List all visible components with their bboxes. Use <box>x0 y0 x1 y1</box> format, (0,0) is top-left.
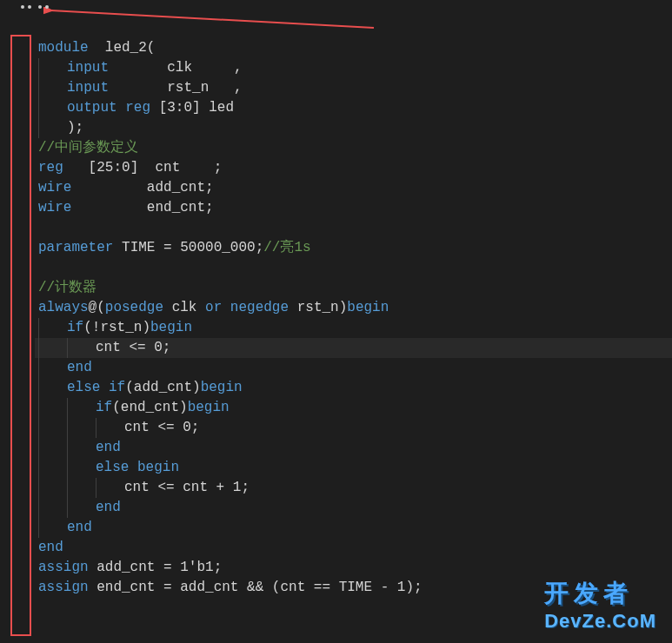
code-line[interactable]: if(!rst_n)begin <box>35 318 672 338</box>
code-content[interactable]: module led_2(input clk ,input rst_n ,out… <box>35 7 672 598</box>
code-line[interactable]: cnt <= 0; <box>35 418 672 438</box>
breakpoint-margin[interactable] <box>21 5 49 9</box>
code-line[interactable]: //中间参数定义 <box>35 138 672 158</box>
code-line[interactable]: module led_2( <box>35 38 672 58</box>
code-line[interactable]: end <box>35 518 672 538</box>
code-line[interactable]: if(end_cnt)begin <box>35 398 672 418</box>
annotation-rectangle <box>10 35 31 636</box>
code-line[interactable]: wire add_cnt; <box>35 178 672 198</box>
code-line[interactable]: end <box>35 358 672 378</box>
code-line[interactable]: input rst_n , <box>35 78 672 98</box>
code-line[interactable]: else begin <box>35 458 672 478</box>
code-line[interactable]: output reg [3:0] led <box>35 98 672 118</box>
code-line[interactable]: input clk , <box>35 58 672 78</box>
code-editor[interactable]: module led_2(input clk ,input rst_n ,out… <box>0 0 672 598</box>
code-line[interactable]: ); <box>35 118 672 138</box>
watermark-text-2: DevZe.CoM <box>544 610 656 633</box>
code-line[interactable]: wire end_cnt; <box>35 198 672 218</box>
code-line[interactable]: end <box>35 538 672 558</box>
code-line[interactable]: always@(posedge clk or negedge rst_n)beg… <box>35 298 672 318</box>
code-line[interactable]: end <box>35 438 672 458</box>
watermark: 开发者 DevZe.CoM <box>544 577 656 633</box>
code-line[interactable]: assign add_cnt = 1'b1; <box>35 558 672 578</box>
code-line[interactable]: cnt <= cnt + 1; <box>35 478 672 498</box>
code-line[interactable]: else if(add_cnt)begin <box>35 378 672 398</box>
code-line[interactable]: cnt <= 0; <box>35 338 672 358</box>
code-line[interactable] <box>35 218 672 238</box>
annotation-arrow <box>43 7 391 33</box>
code-line[interactable] <box>35 258 672 278</box>
code-line[interactable]: //计数器 <box>35 278 672 298</box>
watermark-text-1: 开发者 <box>544 577 656 610</box>
code-line[interactable]: reg [25:0] cnt ; <box>35 158 672 178</box>
code-line[interactable]: parameter TIME = 50000_000;//亮1s <box>35 238 672 258</box>
svg-line-1 <box>50 10 374 28</box>
code-line[interactable]: end <box>35 498 672 518</box>
